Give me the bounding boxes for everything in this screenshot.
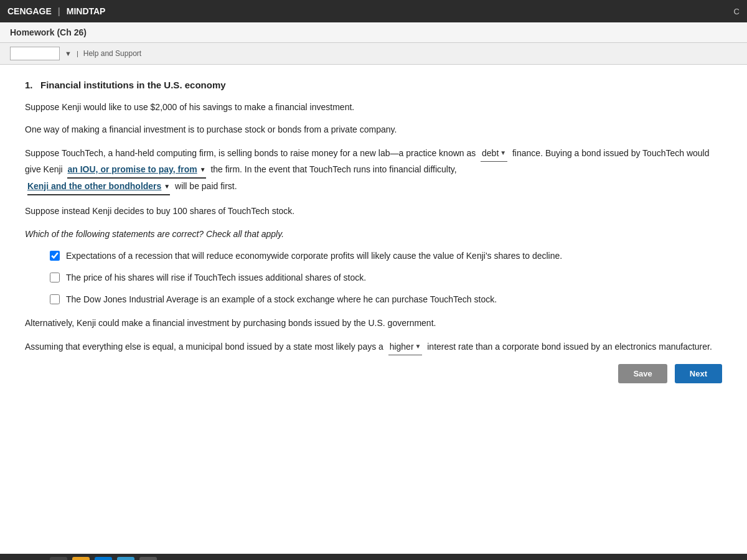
checkbox-group: Expectations of a recession that will re… [50,250,722,306]
dropdown-bondholders-arrow: ▼ [164,181,170,192]
checkbox-item-3: The Dow Jones Industrial Average is an e… [50,293,722,306]
dropdown-higher[interactable]: higher ▼ [388,339,423,355]
paragraph-7-pre: Assuming that everything else is equal, … [25,342,383,352]
dropdown-debt-text: debt [482,146,499,161]
paragraph-2-text: One way of making a financial investment… [25,124,397,134]
paragraph-3-pre: Suppose TouchTech, a hand-held computing… [25,148,476,158]
nav-separator-bar1: | [77,50,78,57]
brand-separator: | [58,6,60,16]
paragraph-3: Suppose TouchTech, a hand-held computing… [25,146,722,196]
dropdown-higher-arrow: ▼ [415,341,421,352]
paragraph-4-text: Suppose instead Kenji decides to buy 100… [25,206,294,216]
search-taskbar-icon[interactable] [27,557,45,560]
paragraph-3-post: the firm. In the event that TouchTech ru… [210,164,456,174]
action-buttons: Save Next [25,364,722,383]
paragraph-2: One way of making a financial investment… [25,123,722,136]
dropdown-debt[interactable]: debt ▼ [481,146,507,162]
paragraph-6-text: Alternatively, Kenji could make a financ… [25,318,436,328]
checkbox-item-2: The price of his shares will rise if Tou… [50,271,722,284]
checkbox-1-label: Expectations of a recession that will re… [66,250,562,263]
question-number: 1. [25,80,33,90]
dropdown-bondholders-text: Kenji and the other bondholders [27,179,161,194]
checkbox-2-label: The price of his shares will rise if Tou… [66,271,366,284]
top-bar-corner: C [734,7,740,16]
next-button[interactable]: Next [675,364,722,383]
dropdown-iou-arrow: ▼ [200,164,206,175]
paragraph-4: Suppose instead Kenji decides to buy 100… [25,204,722,218]
taskbar: 内容 📁 e ● 💬 ^ ● ■ d [0,554,747,560]
checkbox-3-label: The Dow Jones Industrial Average is an e… [66,293,497,306]
top-bar: CENGAGE | MINDTAP C [0,0,747,22]
paragraph-5: Which of the following statements are co… [25,227,722,241]
paragraph-7-post: interest rate than a corporate bond issu… [427,342,712,352]
checkbox-1[interactable] [50,251,60,261]
checkbox-item-1: Expectations of a recession that will re… [50,250,722,263]
paragraph-1: Suppose Kenji would like to use $2,000 o… [25,100,722,114]
edge-icon[interactable]: e [95,557,112,560]
brand-mindtap: MINDTAP [67,6,106,16]
taskbar-left: 内容 📁 e ● 💬 [7,557,157,560]
dropdown-debt-arrow: ▼ [500,147,506,159]
nav-separator-arrow: ▼ [65,50,72,57]
dropdown-bondholders[interactable]: Kenji and the other bondholders ▼ [27,179,170,195]
paragraph-5-pre: Which of the following statements are co… [25,229,284,239]
header-bar: Homework (Ch 26) [0,22,747,43]
explorer-icon[interactable]: 📁 [72,557,90,560]
paragraph-3-end: will be paid first. [175,181,237,191]
nav-controls[interactable]: ▼ | Help and Support [0,43,747,65]
dropdown-iou[interactable]: an IOU, or promise to pay, from ▼ [67,162,205,179]
dropdown-higher-text: higher [390,339,414,355]
dropdown-iou-text: an IOU, or promise to pay, from [67,162,197,177]
brand-cengage: CENGAGE [7,6,52,16]
taskview-icon[interactable] [50,557,67,560]
page-title: Homework (Ch 26) [10,27,87,37]
question-heading: Financial institutions in the U.S. econo… [40,80,226,90]
nav-spacer: Help and Support [83,49,141,58]
nav-input[interactable] [10,47,60,60]
save-button[interactable]: Save [618,364,667,383]
question-title: 1. Financial institutions in the U.S. ec… [25,80,722,90]
paragraph-1-text: Suppose Kenji would like to use $2,000 o… [25,102,354,112]
chat-icon[interactable]: 💬 [139,557,157,560]
paragraph-6: Alternatively, Kenji could make a financ… [25,316,722,330]
ball-icon[interactable]: ● [117,557,134,560]
brand-logo: CENGAGE | MINDTAP [7,6,105,16]
paragraph-7: Assuming that everything else is equal, … [25,339,722,355]
checkbox-2[interactable] [50,273,60,282]
checkbox-3[interactable] [50,294,60,304]
content-area: 1. Financial institutions in the U.S. ec… [0,65,747,554]
